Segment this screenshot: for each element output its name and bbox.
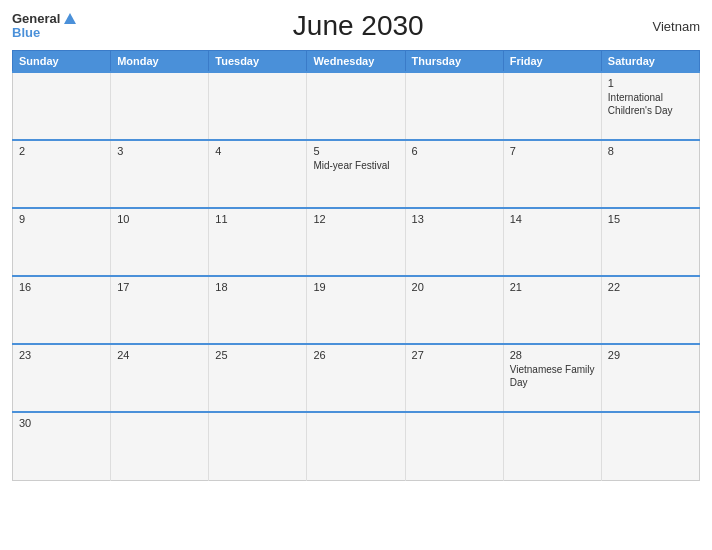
day-number: 27 [412,349,497,361]
calendar-day-cell: 29 [601,344,699,412]
calendar-day-cell [307,412,405,480]
calendar-week-row: 30 [13,412,700,480]
calendar-day-cell [405,412,503,480]
calendar-day-cell: 10 [111,208,209,276]
day-number: 6 [412,145,497,157]
day-number: 29 [608,349,693,361]
day-number: 14 [510,213,595,225]
day-number: 26 [313,349,398,361]
day-number: 28 [510,349,595,361]
calendar-day-cell: 4 [209,140,307,208]
calendar-day-cell: 13 [405,208,503,276]
calendar-day-cell: 9 [13,208,111,276]
day-event: Vietnamese Family Day [510,364,595,388]
calendar-day-cell: 18 [209,276,307,344]
calendar-day-cell [111,412,209,480]
day-number: 18 [215,281,300,293]
day-number: 11 [215,213,300,225]
weekday-header-wednesday: Wednesday [307,51,405,73]
calendar-day-cell: 8 [601,140,699,208]
calendar-day-cell: 3 [111,140,209,208]
calendar-day-cell: 28Vietnamese Family Day [503,344,601,412]
day-number: 15 [608,213,693,225]
header: General Blue June 2030 Vietnam [12,10,700,42]
day-number: 12 [313,213,398,225]
day-number: 24 [117,349,202,361]
calendar-day-cell: 15 [601,208,699,276]
calendar-day-cell: 22 [601,276,699,344]
day-event: International Children's Day [608,92,673,116]
calendar-day-cell: 17 [111,276,209,344]
calendar-day-cell: 7 [503,140,601,208]
calendar-day-cell: 1International Children's Day [601,72,699,140]
day-number: 10 [117,213,202,225]
day-number: 1 [608,77,693,89]
weekday-header-tuesday: Tuesday [209,51,307,73]
day-number: 30 [19,417,104,429]
calendar-day-cell: 20 [405,276,503,344]
weekday-header-thursday: Thursday [405,51,503,73]
day-number: 4 [215,145,300,157]
calendar-day-cell [503,412,601,480]
calendar-day-cell: 25 [209,344,307,412]
calendar-page: General Blue June 2030 Vietnam SundayMon… [0,0,712,550]
calendar-day-cell [307,72,405,140]
calendar-week-row: 232425262728Vietnamese Family Day29 [13,344,700,412]
calendar-day-cell [209,72,307,140]
calendar-week-row: 16171819202122 [13,276,700,344]
calendar-day-cell: 19 [307,276,405,344]
country-label: Vietnam [640,19,700,34]
calendar-day-cell: 24 [111,344,209,412]
calendar-day-cell [601,412,699,480]
day-number: 23 [19,349,104,361]
day-number: 5 [313,145,398,157]
calendar-day-cell: 12 [307,208,405,276]
calendar-body: 1International Children's Day2345Mid-yea… [13,72,700,480]
calendar-day-cell: 21 [503,276,601,344]
month-title: June 2030 [76,10,640,42]
calendar-day-cell: 6 [405,140,503,208]
day-number: 17 [117,281,202,293]
day-number: 25 [215,349,300,361]
day-number: 2 [19,145,104,157]
day-number: 22 [608,281,693,293]
calendar-table: SundayMondayTuesdayWednesdayThursdayFrid… [12,50,700,481]
day-number: 16 [19,281,104,293]
calendar-day-cell [405,72,503,140]
logo: General Blue [12,12,76,41]
calendar-day-cell [13,72,111,140]
weekday-header-monday: Monday [111,51,209,73]
calendar-week-row: 9101112131415 [13,208,700,276]
logo-triangle-icon [64,13,76,24]
calendar-week-row: 2345Mid-year Festival678 [13,140,700,208]
day-number: 21 [510,281,595,293]
day-number: 13 [412,213,497,225]
calendar-day-cell: 16 [13,276,111,344]
day-number: 20 [412,281,497,293]
weekday-header-row: SundayMondayTuesdayWednesdayThursdayFrid… [13,51,700,73]
calendar-day-cell: 5Mid-year Festival [307,140,405,208]
calendar-day-cell: 23 [13,344,111,412]
calendar-day-cell: 14 [503,208,601,276]
calendar-day-cell [111,72,209,140]
calendar-day-cell: 30 [13,412,111,480]
day-event: Mid-year Festival [313,160,389,171]
calendar-week-row: 1International Children's Day [13,72,700,140]
day-number: 9 [19,213,104,225]
calendar-day-cell: 26 [307,344,405,412]
calendar-day-cell: 11 [209,208,307,276]
weekday-header-saturday: Saturday [601,51,699,73]
logo-general: General [12,12,60,26]
calendar-day-cell [503,72,601,140]
calendar-day-cell: 2 [13,140,111,208]
day-number: 3 [117,145,202,157]
day-number: 19 [313,281,398,293]
day-number: 8 [608,145,693,157]
weekday-header-sunday: Sunday [13,51,111,73]
weekday-header-friday: Friday [503,51,601,73]
calendar-day-cell: 27 [405,344,503,412]
day-number: 7 [510,145,595,157]
calendar-day-cell [209,412,307,480]
logo-blue: Blue [12,26,40,40]
